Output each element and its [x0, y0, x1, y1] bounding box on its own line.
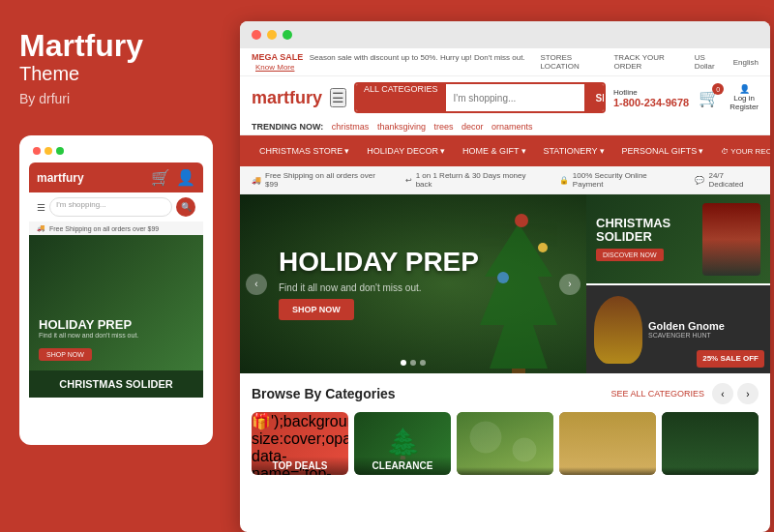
- hero-dot-1[interactable]: [401, 360, 406, 366]
- mobile-search-button[interactable]: 🔍: [176, 197, 195, 217]
- currency-selector[interactable]: US Dollar: [695, 53, 724, 71]
- nav-christmas-label: CHRISTMAS STORE: [259, 146, 342, 156]
- trending-tag-decor[interactable]: decor: [461, 122, 484, 132]
- cat-nav-next[interactable]: ›: [737, 383, 759, 404]
- trending-tag-trees[interactable]: trees: [433, 122, 453, 132]
- cat4-label: [559, 467, 656, 475]
- trending-bar: TRENDING NOW: christmas thanksgiving tre…: [240, 119, 770, 135]
- mobile-banner-title: CHRISTMAS SOLIDER: [37, 378, 195, 390]
- discover-now-button[interactable]: DISCOVER NOW: [596, 249, 664, 261]
- left-panel: Martfury Theme By drfuri martfury 🛒 👤 ☰ …: [0, 0, 232, 532]
- login-register-block[interactable]: 👤 Log in Register: [729, 84, 759, 111]
- hero-dots: [401, 360, 426, 366]
- cat5-bg: [662, 412, 759, 475]
- nav-home-label: HOME & GIFT: [462, 146, 520, 156]
- categories-grid: 🎁');background-size:cover;opacity:0.5;" …: [252, 412, 759, 475]
- mobile-user-icon: 👤: [176, 168, 195, 187]
- category-selector[interactable]: ALL CATEGORIES: [356, 84, 446, 111]
- shipping-item-3: 🔒 100% Security Online Payment: [559, 171, 676, 189]
- mobile-dot-red: [33, 147, 41, 155]
- ornament-gold: [538, 243, 548, 252]
- nutcracker-figure: [702, 203, 760, 276]
- mobile-search-input[interactable]: I'm shopping...: [49, 197, 172, 217]
- nav-item-home[interactable]: HOME & GIFT ▾: [455, 135, 534, 166]
- top-deals-label: TOP DEALS: [252, 457, 348, 475]
- categories-section: Browse By Categories SEE ALL CATEGORIES …: [240, 373, 770, 485]
- store-logo[interactable]: martfury: [252, 88, 322, 108]
- category-3[interactable]: [457, 412, 553, 475]
- recently-viewed-label: YOUR RECENTLY-VIEWED: [730, 147, 770, 156]
- nav-personal-label: PERSONAL GIFTS: [622, 146, 698, 156]
- shipping-text: Free Shipping on all orders over $99: [265, 171, 386, 189]
- clearance-label: CLEARANCE: [354, 457, 451, 475]
- trending-tag-christmas[interactable]: christmas: [332, 122, 370, 132]
- category-top-deals[interactable]: 🎁');background-size:cover;opacity:0.5;" …: [252, 412, 348, 475]
- trending-label: TRENDING NOW:: [252, 122, 323, 132]
- mobile-shipping-bar: 🚚 Free Shipping on all orders over $99: [29, 222, 203, 235]
- security-icon: 🔒: [559, 176, 569, 185]
- hero-next-button[interactable]: ›: [559, 274, 580, 295]
- cart-icon-block[interactable]: 🛒 0: [699, 87, 720, 108]
- search-button[interactable]: SEARCH: [584, 84, 606, 111]
- browser-dot-close[interactable]: [252, 30, 261, 40]
- hero-dot-2[interactable]: [410, 360, 416, 366]
- hero-subtitle: Find it all now and don't miss out.: [279, 282, 479, 293]
- hero-main: ‹ HOLIDAY PREP Find it all now and don't…: [240, 194, 586, 373]
- mobile-hero-subtitle: Find it all now and don't miss out.: [39, 332, 138, 339]
- sale-badge-text: 25% SALE OFF: [702, 354, 759, 364]
- mobile-shop-button[interactable]: SHOP NOW: [39, 348, 92, 361]
- shipping-item-2: ↩ 1 on 1 Return & 30 Days money back: [405, 171, 540, 189]
- cat3-bg: [457, 412, 553, 475]
- mobile-search-placeholder: I'm shopping...: [56, 200, 106, 209]
- language-selector[interactable]: English: [733, 58, 759, 67]
- support-icon: 💬: [695, 176, 704, 185]
- see-all-link[interactable]: SEE ALL CATEGORIES: [610, 389, 704, 399]
- hero-dot-3[interactable]: [420, 360, 426, 366]
- hero-prev-button[interactable]: ‹: [246, 274, 267, 295]
- cat3-label: [457, 467, 553, 475]
- browser-dot-minimize[interactable]: [267, 30, 277, 40]
- theme-author: By drfuri: [19, 91, 213, 106]
- side-banner-2-subtitle: SCAVENGER HUNT: [648, 332, 725, 339]
- category-nav: ‹ ›: [712, 383, 759, 404]
- nav-right-items: ⏱ YOUR RECENTLY-VIEWED ♡ YOUR WISHLIST: [713, 147, 770, 156]
- return-icon: ↩: [405, 176, 412, 185]
- register-label: Register: [729, 103, 759, 111]
- mobile-header-icons: 🛒 👤: [151, 168, 195, 187]
- hero-side-banner-1: CHRISTMAS SOLIDER DISCOVER NOW: [586, 194, 770, 283]
- category-clearance[interactable]: 🌲 CLEARANCE: [354, 412, 451, 475]
- stores-location-link[interactable]: STORES LOCATION: [540, 53, 604, 71]
- categories-title: Browse By Categories: [252, 386, 396, 401]
- nav-stationery-label: STATIONERY: [544, 146, 598, 156]
- hero-text-block: HOLIDAY PREP Find it all now and don't m…: [259, 248, 479, 321]
- cat-nav-prev[interactable]: ‹: [712, 383, 733, 404]
- nav-item-personal[interactable]: PERSONAL GIFTS ▾: [614, 135, 712, 166]
- mobile-bottom-banner: CHRISTMAS SOLIDER: [29, 370, 203, 398]
- trending-tag-thanksgiving[interactable]: thanksgiving: [377, 122, 426, 132]
- hero-side-banner-2: Golden Gnome SCAVENGER HUNT 25% SALE OFF: [586, 285, 770, 373]
- category-4[interactable]: [559, 412, 656, 475]
- hamburger-button[interactable]: ☰: [330, 88, 346, 107]
- nav-holiday-label: HOLIDAY DECOR: [367, 146, 438, 156]
- categories-header: Browse By Categories SEE ALL CATEGORIES …: [252, 383, 759, 404]
- hero-tree-decoration: [480, 219, 557, 373]
- track-order-link[interactable]: TRACK YOUR ORDER: [613, 53, 684, 71]
- nav-item-stationery[interactable]: STATIONERY ▾: [536, 135, 612, 166]
- mobile-header: martfury 🛒 👤: [29, 163, 203, 192]
- truck-icon: 🚚: [252, 176, 261, 185]
- nav-item-christmas[interactable]: CHRISTMAS STORE ▾: [252, 135, 357, 166]
- cart-badge: 0: [712, 83, 724, 95]
- know-more-link[interactable]: Know More: [255, 63, 294, 72]
- side-banner-2-title: Golden Gnome: [648, 320, 725, 332]
- hero-title: HOLIDAY PREP: [279, 248, 479, 278]
- category-5[interactable]: [662, 412, 759, 475]
- nav-recently-viewed[interactable]: ⏱ YOUR RECENTLY-VIEWED: [713, 147, 770, 156]
- mobile-hamburger-icon[interactable]: ☰: [37, 202, 45, 213]
- search-input[interactable]: [446, 84, 584, 111]
- side-banner-1-title: CHRISTMAS SOLIDER: [596, 217, 695, 245]
- trending-tag-ornaments[interactable]: ornaments: [491, 122, 533, 132]
- nav-item-holiday[interactable]: HOLIDAY DECOR ▾: [359, 135, 453, 166]
- browser-window: MEGA SALE Season sale with discount up t…: [240, 21, 770, 532]
- browser-dot-maximize[interactable]: [283, 30, 292, 40]
- hero-shop-button[interactable]: SHOP NOW: [279, 299, 354, 320]
